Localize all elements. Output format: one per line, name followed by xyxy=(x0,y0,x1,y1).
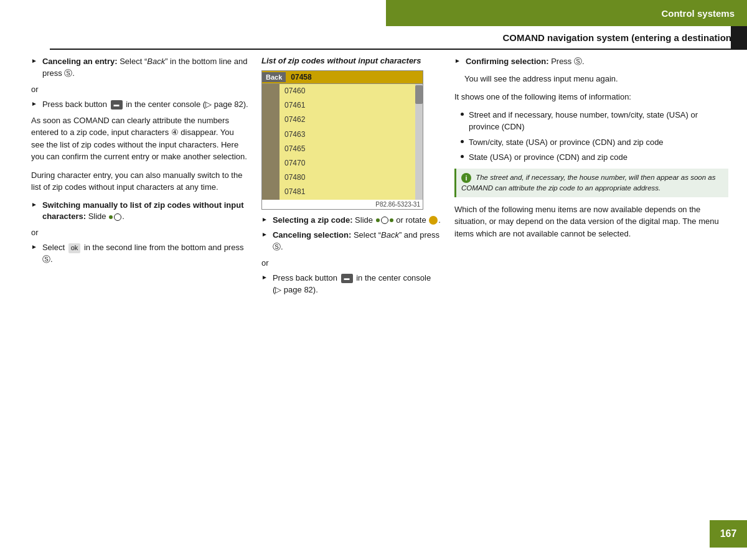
dot-down-1 xyxy=(390,218,393,222)
right-body-2: It shows one of the following items of i… xyxy=(454,91,728,103)
zip-item[interactable]: 07480 xyxy=(280,170,415,185)
circle-sym-1 xyxy=(114,213,121,221)
body-text-1: As soon as COMAND can clearly attribute … xyxy=(31,114,249,163)
or-line-2: or xyxy=(31,228,249,237)
confirming-sel-text: Confirming selection: Press Ⓢ. xyxy=(466,56,585,68)
bullet-arrow-3: ► xyxy=(31,201,37,208)
dot-text-1: Street and if necessary, house number, t… xyxy=(469,110,728,133)
ok-box: ok xyxy=(68,243,81,253)
dot-bullet-2 xyxy=(461,140,464,143)
or-line-3: or xyxy=(261,258,442,268)
right-body-1: You will see the address input menu agai… xyxy=(454,73,728,85)
back-button-icon-1: ▬ xyxy=(111,100,123,110)
dot-text-3: State (USA) or province (CDN) and zip co… xyxy=(469,152,627,164)
dot-item-2: Town/city, state (USA) or province (CDN)… xyxy=(454,137,728,149)
selecting-label: Selecting a zip code: xyxy=(273,215,353,225)
or-text-1: or xyxy=(31,85,39,94)
bullet-arrow-4: ► xyxy=(31,243,37,250)
canceling-label: Canceling an entry: xyxy=(42,57,118,66)
bullet-arrow-2: ► xyxy=(31,100,37,107)
press-back-1-text: Press back button ▬ in the center consol… xyxy=(42,99,248,111)
zip-list-container: Back 07458 07460 07461 07462 07463 07465… xyxy=(261,70,423,210)
main-content: ► Canceling an entry: Select “Back” in t… xyxy=(31,56,728,516)
subheader-title: COMAND navigation system (entering a des… xyxy=(502,32,735,43)
selecting-zip-text: Selecting a zip code: Slide or rotate . xyxy=(273,215,441,226)
header-bar: Control systems xyxy=(386,0,747,26)
press-back-2-text: Press back button ▬ in the center consol… xyxy=(273,273,442,296)
info-box: i The street and, if necessary, the hous… xyxy=(454,169,728,197)
center-column: List of zip codes without input characte… xyxy=(261,56,442,516)
circle-yellow-1 xyxy=(429,216,438,225)
zip-item[interactable]: 07470 xyxy=(280,156,415,170)
canceling-sel-label: Canceling selection: xyxy=(273,230,351,240)
dot-item-1: Street and if necessary, house number, t… xyxy=(454,110,728,133)
or-text-2: or xyxy=(31,228,39,237)
subheader-bar: COMAND navigation system (entering a des… xyxy=(50,26,747,50)
zip-caption: P82.86-5323-31 xyxy=(262,200,423,209)
select-ok-text: Select ok in the second line from the bo… xyxy=(42,242,249,266)
dot-text-2: Town/city, state (USA) or province (CDN)… xyxy=(469,137,664,149)
zip-list-header: Back 07458 xyxy=(262,71,423,84)
confirming-label: Confirming selection: xyxy=(466,57,549,66)
bullet-arrow-6: ► xyxy=(261,231,268,238)
info-icon: i xyxy=(461,173,471,183)
confirming-sel-item: ► Confirming selection: Press Ⓢ. xyxy=(454,56,728,68)
dot-up-2 xyxy=(376,218,380,222)
press-back-1-item: ► Press back button ▬ in the center cons… xyxy=(31,99,249,111)
right-body-3: Which of the following menu items are no… xyxy=(454,203,728,240)
zip-back-label: Back xyxy=(262,72,286,82)
bullet-arrow-7: ► xyxy=(261,274,268,281)
select-ok-item: ► Select ok in the second line from the … xyxy=(31,242,249,266)
press-back-2-item: ► Press back button ▬ in the center cons… xyxy=(261,273,442,296)
bullet-arrow-1: ► xyxy=(31,57,37,64)
zip-scrollbar-thumb[interactable] xyxy=(415,85,423,104)
zip-list-items: 07460 07461 07462 07463 07465 07470 0748… xyxy=(280,84,415,200)
canceling-sel-item: ► Canceling selection: Select “Back” and… xyxy=(261,230,442,253)
dot-item-3: State (USA) or province (CDN) and zip co… xyxy=(454,152,728,164)
zip-header-value: 07458 xyxy=(286,71,423,83)
page-number: 167 xyxy=(720,528,737,539)
canceling-entry-item: ► Canceling an entry: Select “Back” in t… xyxy=(31,56,249,80)
left-column: ► Canceling an entry: Select “Back” in t… xyxy=(31,56,249,516)
switching-text: Switching manually to list of zip codes … xyxy=(42,200,249,223)
header-title: Control systems xyxy=(661,8,735,19)
dot-bullet-1 xyxy=(461,113,464,116)
right-column: ► Confirming selection: Press Ⓢ. You wil… xyxy=(454,56,728,516)
subheader-black-accent xyxy=(731,26,747,50)
canceling-entry-text: Canceling an entry: Select “Back” in the… xyxy=(42,56,249,80)
list-title: List of zip codes without input characte… xyxy=(261,56,442,65)
zip-item[interactable]: 07461 xyxy=(280,98,415,113)
selecting-zip-item: ► Selecting a zip code: Slide or rotate … xyxy=(261,215,442,226)
body-text-2: During character entry, you can also man… xyxy=(31,169,249,194)
zip-item[interactable]: 07481 xyxy=(280,185,415,199)
press-back-2-label: Press back button xyxy=(273,273,337,282)
dot-up-1 xyxy=(109,215,113,219)
dot-bullet-3 xyxy=(461,155,464,158)
bullet-arrow-5: ► xyxy=(261,216,268,223)
zip-scrollbar[interactable] xyxy=(415,84,423,200)
zip-list-left-bar xyxy=(262,84,280,200)
zip-item[interactable]: 07460 xyxy=(280,84,415,98)
switching-label: Switching manually to list of zip codes … xyxy=(42,200,244,222)
zip-list-body: 07460 07461 07462 07463 07465 07470 0748… xyxy=(262,84,423,200)
press-back-1-label: Press back button xyxy=(42,100,107,109)
bullet-arrow-8: ► xyxy=(454,57,461,64)
canceling-sel-text: Canceling selection: Select “Back” and p… xyxy=(273,230,442,253)
or-line-1: or xyxy=(31,85,249,94)
circle-sym-2 xyxy=(381,217,388,224)
page-number-box: 167 xyxy=(710,520,747,548)
info-text: The street and, if necessary, the house … xyxy=(461,174,715,192)
zip-item[interactable]: 07463 xyxy=(280,128,415,142)
back-button-icon-2: ▬ xyxy=(341,274,353,283)
in-center-text: in the center console (▷ page 82). xyxy=(126,100,248,109)
zip-item[interactable]: 07462 xyxy=(280,113,415,127)
switching-item: ► Switching manually to list of zip code… xyxy=(31,200,249,223)
zip-item[interactable]: 07465 xyxy=(280,142,415,156)
or-text-3: or xyxy=(261,258,269,268)
